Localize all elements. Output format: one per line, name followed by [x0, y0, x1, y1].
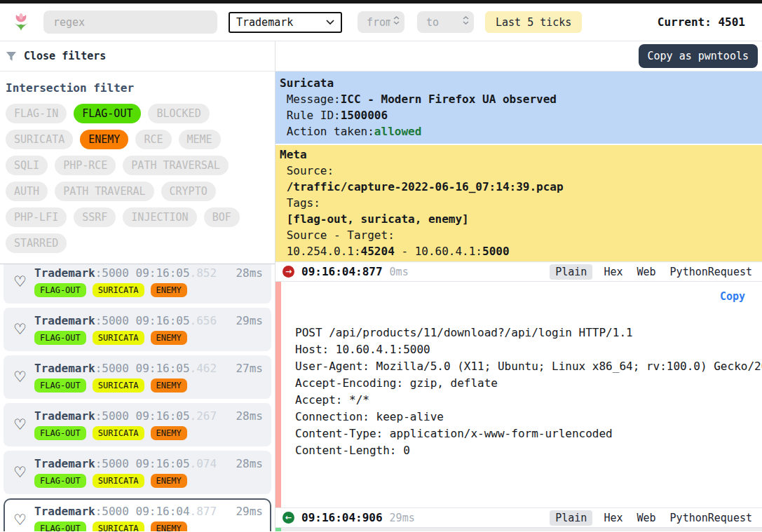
outgoing-arrow-icon: → [283, 266, 294, 278]
favorite-heart-icon[interactable]: ♡ [13, 321, 34, 338]
flow-service: Trademark [34, 362, 95, 375]
flow-tag-enemy: ENEMY [151, 331, 187, 345]
filter-tag-crypto[interactable]: CRYPTO [161, 182, 216, 201]
filter-tag-blocked[interactable]: BLOCKED [148, 104, 209, 123]
filter-title: Intersection filter [6, 81, 269, 95]
flow-item[interactable]: ♡Trademark:5000 09:16:04.87729msFLAG-OUT… [4, 498, 271, 531]
flow-item[interactable]: ♡Trademark:5000 09:16:05.65629msFLAG-OUT… [4, 308, 271, 351]
filter-tag-flag-in[interactable]: FLAG-IN [6, 104, 67, 123]
suricata-action: allowed [374, 125, 421, 138]
flow-item[interactable]: ♡Trademark:5000 09:16:05.07428msFLAG-OUT… [4, 451, 271, 494]
request-tab-web[interactable]: Web [634, 264, 659, 280]
meta-src-dst-value: 10.254.0.1:45204 - 10.60.4.1:5000 [280, 243, 758, 259]
sidebar: Close filters Intersection filter FLAG-I… [0, 41, 275, 531]
flow-tag-flag-out: FLAG-OUT [34, 378, 86, 393]
flow-tag-row: FLAG-OUTSURICATAENEMY [34, 521, 263, 531]
stepper-arrows-icon[interactable] [393, 16, 400, 25]
meta-tags-label: Tags: [280, 195, 758, 211]
flow-tag-suricata: SURICATA [93, 378, 144, 393]
flow-item[interactable]: ♡Trademark:5000 09:16:05.85228msFLAG-OUT… [4, 264, 271, 303]
request-tab-plain[interactable]: Plain [550, 264, 592, 280]
copy-as-pwntools-button[interactable]: Copy as pwntools [639, 44, 758, 68]
request-tabs: PlainHexWebPythonRequest [550, 264, 755, 280]
flow-item[interactable]: ♡Trademark:5000 09:16:05.26728msFLAG-OUT… [4, 403, 271, 446]
tick-to-wrap [417, 11, 474, 33]
filter-tag-php-rce[interactable]: PHP-RCE [55, 156, 116, 175]
response-header-bar: → 09:16:04:906 29ms PlainHexWebPythonReq… [275, 507, 762, 528]
response-tab-plain[interactable]: Plain [550, 510, 592, 526]
filter-tag-enemy[interactable]: ENEMY [80, 130, 128, 149]
filter-tag-ssrf[interactable]: SSRF [74, 207, 116, 227]
suricata-action-row: Action taken:allowed [280, 123, 758, 139]
response-duration: 29ms [390, 512, 415, 524]
detail-header: Copy as pwntools [275, 41, 762, 71]
close-filters-label: Close filters [24, 50, 106, 62]
flow-port-time: :5000 09:16:05 [95, 409, 190, 423]
filter-tag-sqli[interactable]: SQLI [6, 156, 48, 175]
meta-panel: Meta Source: /traffic/capture-2022-06-16… [275, 145, 762, 261]
flow-port-time: :5000 09:16:05 [95, 457, 190, 470]
flow-duration: 27ms [236, 362, 263, 375]
flow-duration: 28ms [236, 266, 263, 280]
filter-tags: FLAG-INFLAG-OUTBLOCKEDSURICATAENEMYRCEME… [6, 104, 269, 253]
flow-service: Trademark [34, 409, 95, 423]
flow-tag-row: FLAG-OUTSURICATAENEMY [34, 378, 263, 393]
response-tab-pythonrequest[interactable]: PythonRequest [667, 510, 755, 526]
filter-tag-suricata[interactable]: SURICATA [6, 130, 73, 149]
meta-src-dst-label: Source - Target: [280, 227, 758, 243]
flow-duration: 29ms [236, 314, 263, 327]
current-tick-label: Current: 4501 [658, 15, 745, 29]
filter-tag-flag-out[interactable]: FLAG-OUT [74, 104, 141, 123]
flow-tag-suricata: SURICATA [93, 426, 144, 440]
favorite-heart-icon[interactable]: ♡ [13, 273, 34, 290]
request-tab-hex[interactable]: Hex [601, 264, 625, 280]
flow-port-time: :5000 09:16:05 [95, 266, 190, 280]
flow-tag-row: FLAG-OUTSURICATAENEMY [34, 426, 263, 440]
regex-search-input[interactable] [43, 11, 217, 34]
stepper-arrows-icon[interactable] [463, 16, 469, 25]
flow-tag-enemy: ENEMY [151, 521, 187, 531]
response-tab-web[interactable]: Web [634, 510, 659, 526]
filter-tag-meme[interactable]: MEME [179, 130, 221, 149]
flow-tag-suricata: SURICATA [93, 331, 144, 345]
flow-item[interactable]: ♡Trademark:5000 09:16:05.46227msFLAG-OUT… [4, 355, 271, 399]
flow-tag-flag-out: FLAG-OUT [34, 331, 86, 345]
favorite-heart-icon[interactable]: ♡ [13, 464, 34, 481]
tulip-logo-icon [11, 13, 31, 32]
request-body-panel: Copy POST /api/products/11/download?/api… [275, 282, 762, 507]
last-5-ticks-button[interactable]: Last 5 ticks [485, 11, 582, 33]
request-tab-pythonrequest[interactable]: PythonRequest [667, 264, 755, 280]
filter-tag-php-lfi[interactable]: PHP-LFI [6, 207, 67, 227]
favorite-heart-icon[interactable]: ♡ [13, 416, 34, 433]
meta-source-label: Source: [280, 163, 758, 179]
tick-from-wrap [358, 11, 404, 33]
flow-port-time: :5000 09:16:05 [95, 362, 190, 375]
flow-tag-flag-out: FLAG-OUT [34, 521, 86, 531]
filter-tag-starred[interactable]: STARRED [6, 233, 67, 253]
filter-tag-injection[interactable]: INJECTION [123, 207, 196, 227]
favorite-heart-icon[interactable]: ♡ [13, 369, 34, 386]
service-select[interactable]: Trademark [229, 12, 342, 33]
request-header-bar: → 09:16:04:877 0ms PlainHexWebPythonRequ… [275, 261, 762, 282]
detail-panel: Copy as pwntools Suricata Message:ICC - … [275, 41, 762, 531]
filter-tag-auth[interactable]: AUTH [6, 182, 48, 201]
filter-tag-bof[interactable]: BOF [204, 207, 240, 227]
intersection-filter-panel: Intersection filter FLAG-INFLAG-OUTBLOCK… [0, 71, 275, 264]
suricata-title: Suricata [280, 75, 758, 91]
flow-port-time: :5000 09:16:05 [95, 314, 190, 327]
response-time: 09:16:04:906 [301, 511, 383, 524]
filter-tag-path-traversal[interactable]: PATH TRAVERSAL [123, 156, 228, 175]
flow-service: Trademark [34, 266, 95, 280]
flow-duration: 29ms [236, 505, 263, 518]
response-tabs: PlainHexWebPythonRequest [550, 510, 755, 526]
close-filters-button[interactable]: Close filters [0, 41, 275, 71]
copy-link[interactable]: Copy [720, 290, 745, 303]
flow-tag-row: FLAG-OUTSURICATAENEMY [34, 331, 263, 345]
filter-funnel-icon [6, 51, 17, 62]
favorite-heart-icon[interactable]: ♡ [13, 512, 34, 528]
suricata-panel: Suricata Message:ICC - Modern Firefox UA… [275, 71, 762, 144]
meta-title: Meta [280, 146, 758, 163]
filter-tag-rce[interactable]: RCE [135, 130, 171, 149]
filter-tag-path-traveral[interactable]: PATH TRAVERAL [55, 182, 154, 201]
response-tab-hex[interactable]: Hex [601, 510, 625, 526]
